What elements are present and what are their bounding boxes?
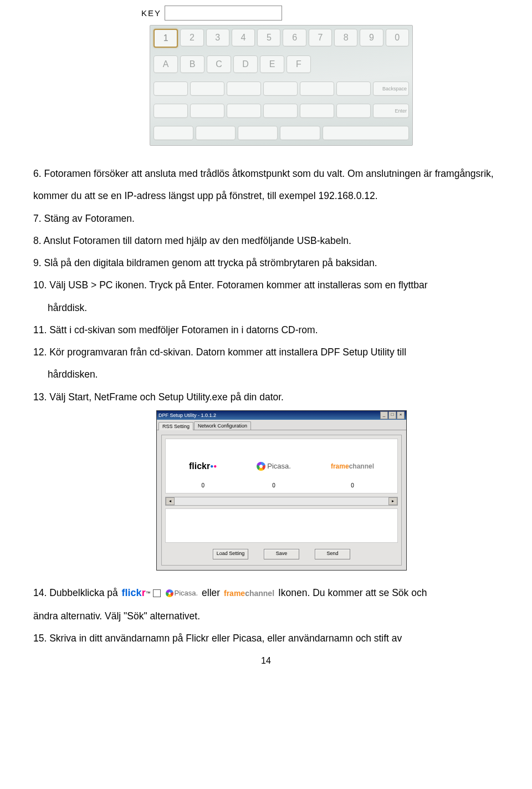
step-10-line2: hårddisk. [33, 297, 499, 319]
key-9: 9 [360, 29, 383, 47]
step-14-line1: 14. Dubbelklicka på flickr™ Picasa. elle… [33, 582, 499, 605]
tab-bar: RSS Setting Network Configuration [157, 420, 406, 430]
step-12-line2: hårddisken. [33, 363, 499, 385]
step-15: 15. Skriva in ditt användarnamn på Flick… [33, 627, 499, 649]
key-input-field [165, 6, 282, 21]
key-b: B [180, 55, 204, 73]
key-6: 6 [283, 29, 306, 47]
flickr-count: 0 [189, 482, 217, 488]
horizontal-scrollbar: ◂ ▸ [165, 497, 398, 506]
step-14-line2: ändra alternativ. Välj "Sök" alternative… [33, 605, 499, 627]
key-d: D [233, 55, 258, 73]
framechannel-count: 0 [331, 482, 374, 488]
keyboard-row-letters: A B C D E F [154, 55, 409, 73]
step-11: 11. Sätt i cd-skivan som medföljer Fotor… [33, 319, 499, 341]
inline-flickr-icon: flickr™ [122, 582, 161, 604]
window-titlebar: DPF Setup Utility - 1.0.1.2 _ □ × [157, 411, 406, 420]
minimize-icon: _ [380, 411, 388, 419]
button-row: Load Setting Save Send [165, 546, 398, 562]
dpf-setup-utility-screenshot: DPF Setup Utility - 1.0.1.2 _ □ × RSS Se… [156, 410, 407, 571]
step-12-line1: 12. Kör programvaran från cd-skivan. Dat… [33, 341, 499, 363]
key-input-row: KEY [141, 6, 499, 21]
key-a: A [154, 55, 178, 73]
tab-network-config: Network Configuration [194, 421, 251, 430]
key-c: C [207, 55, 231, 73]
step-9: 9. Slå på den digitala bildramen genom a… [33, 252, 499, 274]
key-enter: Enter [373, 104, 409, 118]
step-13: 13. Välj Start, NetFrame och Setup Utili… [33, 386, 499, 408]
send-button: Send [315, 549, 350, 559]
onscreen-keyboard-image: 1 2 3 4 5 6 7 8 9 0 A B C D E F Backspac… [150, 25, 413, 146]
step-10-line1: 10. Välj USB > PC ikonen. Tryck på Enter… [33, 274, 499, 296]
page-number: 14 [33, 656, 499, 666]
document-body-2: 14. Dubbelklicka på flickr™ Picasa. elle… [33, 582, 499, 650]
keyboard-row-4: Enter [154, 104, 409, 118]
services-panel: flickr 0 Picasa. 0 framechannel [165, 439, 398, 493]
inline-framechannel-icon: framechannel [224, 584, 274, 602]
keyboard-row-3: Backspace [154, 82, 409, 96]
save-button: Save [264, 549, 299, 559]
maximize-icon: □ [388, 411, 396, 419]
step-6: 6. Fotoramen försöker att ansluta med tr… [33, 162, 499, 207]
key-e: E [260, 55, 284, 73]
keyboard-row-5 [154, 126, 409, 140]
key-7: 7 [309, 29, 332, 47]
load-setting-button: Load Setting [213, 549, 248, 559]
key-3: 3 [206, 29, 229, 47]
service-flickr: flickr 0 [189, 461, 217, 488]
key-2: 2 [180, 29, 203, 47]
tab-rss-setting: RSS Setting [158, 422, 193, 430]
window-title: DPF Setup Utility - 1.0.1.2 [158, 413, 216, 418]
key-label: KEY [141, 8, 161, 18]
inline-picasa-icon: Picasa. [166, 585, 198, 602]
window-controls: _ □ × [380, 411, 405, 419]
key-1: 1 [154, 29, 178, 48]
scroll-right-icon: ▸ [388, 497, 397, 505]
picasa-logo-icon: Picasa. [257, 461, 291, 471]
key-4: 4 [232, 29, 255, 47]
document-body: 6. Fotoramen försöker att ansluta med tr… [33, 162, 499, 408]
close-icon: × [397, 411, 405, 419]
picasa-count: 0 [257, 482, 291, 488]
flickr-logo-icon: flickr [189, 461, 217, 471]
key-backspace: Backspace [373, 82, 409, 96]
framechannel-logo-icon: framechannel [331, 461, 374, 471]
step-8: 8. Anslut Fotoramen till datorn med hjäl… [33, 230, 499, 252]
keyboard-row-numbers: 1 2 3 4 5 6 7 8 9 0 [154, 29, 409, 48]
key-0: 0 [386, 29, 409, 47]
key-5: 5 [257, 29, 280, 47]
service-picasa: Picasa. 0 [257, 461, 291, 488]
step-7: 7. Stäng av Fotoramen. [33, 207, 499, 230]
key-f: F [287, 55, 311, 73]
key-8: 8 [334, 29, 357, 47]
empty-panel [165, 508, 398, 543]
service-framechannel: framechannel 0 [331, 461, 374, 488]
scroll-left-icon: ◂ [166, 497, 175, 505]
